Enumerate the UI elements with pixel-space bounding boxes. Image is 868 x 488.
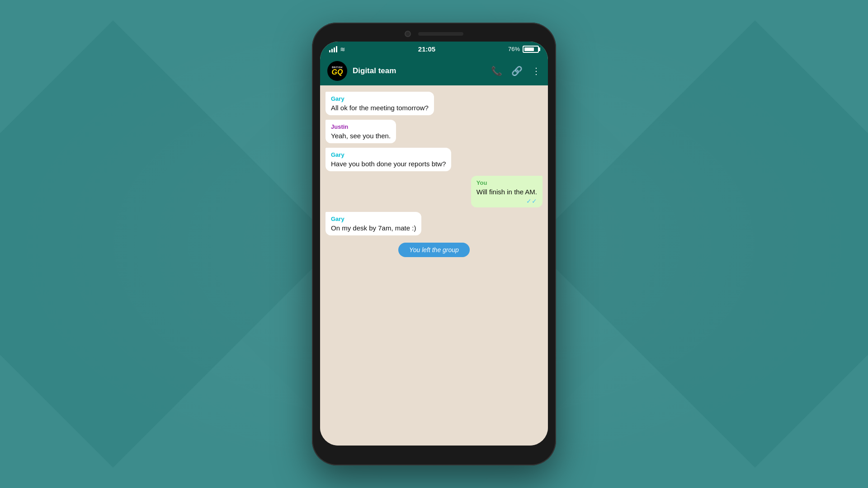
message-row: You Will finish in the AM. ✓✓ xyxy=(326,176,542,207)
header-icons: 📞 🔗 ⋮ xyxy=(491,66,541,76)
chat-title: Digital team xyxy=(353,66,486,75)
message-text: Have you both done your reports btw? xyxy=(331,159,446,169)
message-sender: Justin xyxy=(331,123,391,130)
message-bubble: Gary Have you both done your reports btw… xyxy=(326,148,451,171)
message-sender: Gary xyxy=(331,151,446,158)
video-call-icon[interactable]: 🔗 xyxy=(511,66,523,76)
gq-logo: BRITISH GQ xyxy=(332,66,343,76)
battery-fill xyxy=(524,47,534,51)
message-text: On my desk by 7am, mate :) xyxy=(331,223,416,233)
read-receipt-icon: ✓✓ xyxy=(526,197,537,205)
group-avatar: BRITISH GQ xyxy=(327,61,347,81)
system-message-row: You left the group xyxy=(326,243,542,257)
system-message-bubble: You left the group xyxy=(398,243,470,257)
message-row: Gary All ok for the meeting tomorrow? xyxy=(326,92,542,115)
message-sender: Gary xyxy=(331,216,416,222)
message-text: Yeah, see you then. xyxy=(331,131,391,141)
message-text: Will finish in the AM. xyxy=(476,187,537,197)
phone-bottom xyxy=(320,432,548,446)
battery-percent: 76% xyxy=(508,46,520,52)
gq-main-text: GQ xyxy=(332,69,343,76)
more-options-icon[interactable]: ⋮ xyxy=(532,66,541,76)
phone-shell: ≋ 21:05 76% BRITISH GQ Digital team 📞 xyxy=(312,23,556,465)
message-bubble: Gary All ok for the meeting tomorrow? xyxy=(326,92,434,115)
phone-screen: ≋ 21:05 76% BRITISH GQ Digital team 📞 xyxy=(320,42,548,446)
message-bubble: Gary On my desk by 7am, mate :) xyxy=(326,212,421,235)
chat-header[interactable]: BRITISH GQ Digital team 📞 🔗 ⋮ xyxy=(320,56,548,85)
camera xyxy=(405,31,411,37)
status-bar: ≋ 21:05 76% xyxy=(320,42,548,56)
chat-area: Gary All ok for the meeting tomorrow? Ju… xyxy=(320,85,548,432)
message-text: All ok for the meeting tomorrow? xyxy=(331,103,429,113)
signal-bar-4 xyxy=(336,46,337,52)
system-message-text: You left the group xyxy=(409,246,459,253)
phone-top-bar xyxy=(320,31,548,37)
message-row: Gary On my desk by 7am, mate :) xyxy=(326,212,542,235)
signal-bar-1 xyxy=(329,50,330,52)
message-row: Gary Have you both done your reports btw… xyxy=(326,148,542,171)
message-sender: Gary xyxy=(331,95,429,102)
speaker xyxy=(418,32,463,36)
battery-icon xyxy=(523,46,539,53)
phone-call-icon[interactable]: 📞 xyxy=(491,66,502,76)
status-time: 21:05 xyxy=(418,45,435,53)
message-bubble: Justin Yeah, see you then. xyxy=(326,120,396,143)
message-row: Justin Yeah, see you then. xyxy=(326,120,542,143)
signal-bars xyxy=(329,46,337,52)
signal-bar-3 xyxy=(334,47,335,52)
status-left: ≋ xyxy=(329,46,345,53)
signal-bar-2 xyxy=(331,49,333,52)
message-meta: ✓✓ xyxy=(476,197,537,205)
message-bubble: You Will finish in the AM. ✓✓ xyxy=(471,176,542,207)
message-sender: You xyxy=(476,179,537,186)
status-right: 76% xyxy=(508,46,539,53)
wifi-icon: ≋ xyxy=(340,46,345,53)
